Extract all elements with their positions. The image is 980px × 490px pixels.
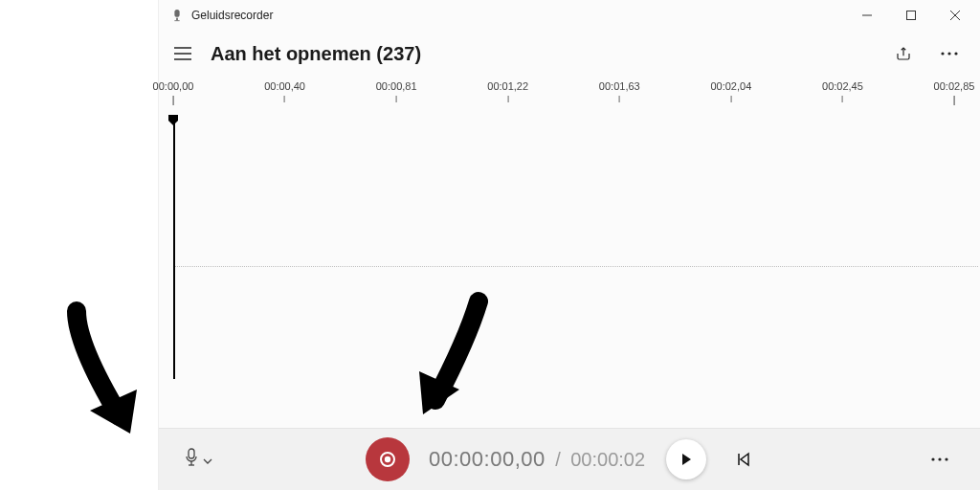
svg-rect-1 — [176, 18, 178, 21]
waveform-baseline — [173, 266, 978, 267]
ruler-tick-label: 00:00,40 — [264, 80, 305, 92]
share-button[interactable] — [887, 37, 920, 70]
ruler-tick: 00:02,45 — [822, 80, 863, 102]
time-separator: / — [555, 449, 561, 470]
current-time: 00:00:00,00 — [429, 447, 546, 471]
app-window: Geluidsrecorder Aan het opnemen (237) — [158, 0, 980, 490]
time-ruler[interactable]: 00:00,0000:00,4000:00,8100:01,2200:01,63… — [159, 80, 980, 113]
playhead-line[interactable] — [173, 122, 175, 379]
svg-rect-2 — [174, 20, 179, 21]
menu-button[interactable] — [174, 42, 197, 65]
maximize-button[interactable] — [889, 0, 933, 31]
page-title: Aan het opnemen (237) — [211, 43, 421, 65]
ruler-tick: 00:00,40 — [264, 80, 305, 102]
ruler-tick-label: 00:02,45 — [822, 80, 863, 92]
svg-point-19 — [931, 457, 934, 460]
svg-point-11 — [947, 52, 950, 55]
microphone-icon — [184, 448, 199, 471]
more-button[interactable] — [933, 37, 966, 70]
ruler-tick-label: 00:02,04 — [710, 80, 751, 92]
play-button[interactable] — [666, 439, 706, 479]
ruler-tick: 00:01,22 — [487, 80, 528, 102]
ruler-tick: 00:02,04 — [710, 80, 751, 102]
header: Aan het opnemen (237) — [159, 31, 980, 77]
svg-rect-4 — [907, 11, 916, 20]
svg-rect-0 — [174, 10, 179, 17]
more-bottom-button[interactable] — [924, 443, 956, 476]
ruler-tick-label: 00:02,85 — [934, 80, 975, 92]
svg-point-10 — [941, 52, 944, 55]
waveform-area[interactable] — [159, 113, 980, 381]
ruler-tick: 00:01,63 — [599, 80, 640, 102]
ruler-tick-label: 00:00,00 — [153, 80, 194, 92]
svg-point-17 — [385, 457, 390, 462]
ruler-tick: 00:02,85 — [934, 80, 975, 105]
annotation-arrow-left — [19, 297, 177, 450]
svg-point-20 — [938, 457, 941, 460]
microphone-selector[interactable] — [184, 448, 212, 471]
svg-rect-13 — [189, 449, 194, 458]
record-button[interactable] — [366, 437, 410, 481]
chevron-down-icon — [203, 451, 212, 468]
ruler-tick-label: 00:00,81 — [376, 80, 417, 92]
ruler-tick-label: 00:01,63 — [599, 80, 640, 92]
titlebar: Geluidsrecorder — [159, 0, 980, 31]
transport-bar: 00:00:00,00 / 00:00:02 — [159, 428, 980, 490]
ruler-tick-label: 00:01,22 — [487, 80, 528, 92]
total-time: 00:00:02 — [570, 449, 645, 470]
svg-point-21 — [945, 457, 947, 460]
skip-back-button[interactable] — [729, 445, 758, 474]
svg-point-12 — [954, 52, 957, 55]
minimize-button[interactable] — [845, 0, 889, 31]
app-title: Geluidsrecorder — [191, 9, 273, 22]
close-button[interactable] — [933, 0, 977, 31]
ruler-tick: 00:00,81 — [376, 80, 417, 102]
ruler-tick: 00:00,00 — [153, 80, 194, 105]
app-icon — [170, 9, 184, 22]
